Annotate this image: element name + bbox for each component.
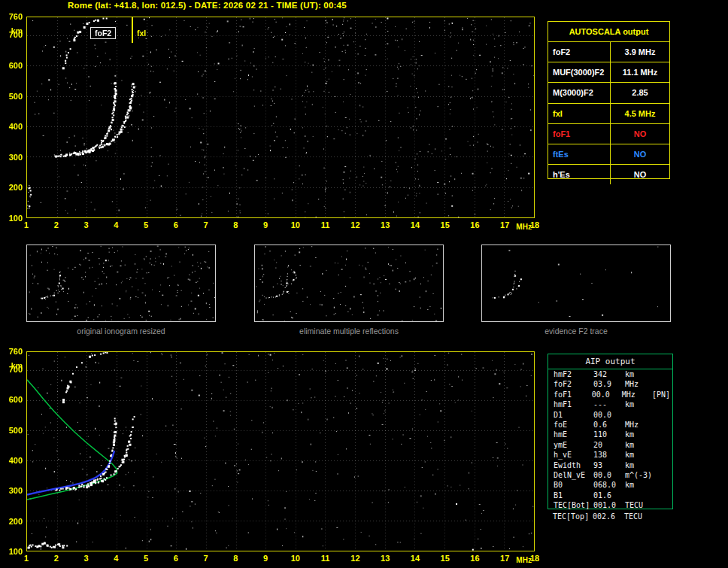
main-ionogram-canvas xyxy=(27,17,534,217)
aip-label-hme: hmE xyxy=(548,430,593,439)
aip-extra-hme xyxy=(657,430,672,439)
aip-extra-hve xyxy=(657,450,672,460)
panel-original-ionogram xyxy=(26,245,216,322)
aip-row-b1: B101.6 xyxy=(548,491,672,500)
aip-unit-tecbot: TECU xyxy=(625,500,657,510)
autoscala-param-name: foF1 xyxy=(548,124,611,144)
aip-unit-hme: km xyxy=(625,430,657,439)
aip-unit-yme: km xyxy=(625,440,657,450)
aip-unit-tectop: TECU xyxy=(624,512,656,521)
aip-row-tectop: TEC[Top]002.6TECU xyxy=(548,512,673,521)
aip-value-fof2: 03.9 xyxy=(593,379,625,389)
x-axis-tick-main: 16 xyxy=(466,220,483,229)
aip-row-b0: B0068.0km xyxy=(548,480,672,490)
aip-row-d1: D100.0 xyxy=(548,410,672,420)
y-axis-tick-main: 400 xyxy=(2,122,23,131)
aip-row-foe: foE0.6MHz xyxy=(548,420,672,430)
aip-label-tectop: TEC[Top] xyxy=(548,512,593,521)
autoscala-param-name: ftEs xyxy=(548,144,611,164)
autoscala-param-value: NO xyxy=(611,124,669,144)
x-axis-tick-bottom: 12 xyxy=(347,554,363,563)
y-axis-tick-bottom: 760 xyxy=(2,347,23,356)
x-axis-tick-bottom: 16 xyxy=(466,554,483,563)
y-axis-tick-bottom: 200 xyxy=(2,517,23,526)
x-axis-tick-main: 17 xyxy=(496,220,513,229)
aip-label-ewidth: Ewidth xyxy=(548,460,593,470)
y-axis-tick-main: 760 xyxy=(2,12,23,21)
aip-unit-ewidth: km xyxy=(625,460,657,470)
x-axis-tick-main: 14 xyxy=(407,220,423,229)
autoscala-row-ftes: ftEsNO xyxy=(548,144,669,165)
aip-label-foe: foE xyxy=(548,420,593,430)
x-axis-tick-main: 13 xyxy=(377,220,393,229)
x-axis-tick-bottom: 17 xyxy=(496,554,513,563)
aip-value-delnve: 00.0 xyxy=(593,470,625,480)
aip-value-hve: 138 xyxy=(593,450,625,460)
autoscala-row-m3000f2: M(3000)F22.85 xyxy=(548,83,669,103)
profile-ionogram-canvas xyxy=(27,352,534,551)
autoscala-table-rows: foF23.9 MHzMUF(3000)F211.1 MHzM(3000)F22… xyxy=(548,42,669,184)
aip-row-ewidth: Ewidth93km xyxy=(548,460,672,470)
autoscala-row-muf3000f2: MUF(3000)F211.1 MHz xyxy=(548,62,669,83)
aip-unit-b1 xyxy=(625,491,657,500)
x-axis-tick-main: 5 xyxy=(138,220,154,229)
aip-unit-fof2: MHz xyxy=(625,379,657,389)
y-axis-tick-bottom: 300 xyxy=(2,486,23,495)
aip-table-rows: hmF2342kmfoF203.9MHzfoF100.0MHz[PN]hmF1-… xyxy=(548,369,672,510)
aip-value-b0: 068.0 xyxy=(593,480,625,490)
aip-label-d1: D1 xyxy=(548,410,593,420)
x-axis-tick-bottom: 11 xyxy=(317,554,334,563)
aip-extra-b0 xyxy=(657,480,672,490)
autoscala-param-name: M(3000)F2 xyxy=(548,83,611,102)
aip-extra-d1 xyxy=(657,410,672,420)
autoscala-row-fxi: fxI4.5 MHz xyxy=(548,104,669,124)
aip-value-hmf2: 342 xyxy=(593,369,625,379)
x-axis-unit-bottom: MHz xyxy=(516,556,532,564)
fxI-trace-label: fxI xyxy=(137,29,146,38)
x-axis-tick-main: 1 xyxy=(18,220,35,229)
aip-label-fof1: foF1 xyxy=(548,390,592,399)
x-axis-tick-bottom: 7 xyxy=(198,554,214,563)
x-axis-tick-bottom: 8 xyxy=(227,554,244,563)
x-axis-tick-main: 10 xyxy=(287,220,304,229)
x-axis-tick-main: 3 xyxy=(78,220,95,229)
x-axis-tick-bottom: 3 xyxy=(78,554,95,563)
x-axis-tick-bottom: 15 xyxy=(437,554,453,563)
aip-label-hmf1: hmF1 xyxy=(548,399,593,409)
aip-extra-hmf1 xyxy=(657,399,672,409)
aip-unit-hmf2: km xyxy=(625,369,657,379)
aip-unit-d1 xyxy=(625,410,657,420)
x-axis-tick-bottom: 1 xyxy=(18,554,35,563)
aip-unit-fof1: MHz xyxy=(622,390,652,399)
autoscala-output-screen: Rome (lat: +41.8, lon: 012.5) - DATE: 20… xyxy=(0,0,728,568)
aip-value-hme: 110 xyxy=(593,430,625,439)
autoscala-param-value: 4.5 MHz xyxy=(611,104,669,123)
aip-unit-b0: km xyxy=(625,480,657,490)
aip-extra-foe xyxy=(657,420,672,430)
x-axis-tick-main: 9 xyxy=(257,220,274,229)
y-axis-tick-main: 600 xyxy=(2,61,23,70)
aip-output-table: AIP output hmF2342kmfoF203.9MHzfoF100.0M… xyxy=(548,354,673,509)
aip-label-delnve: DelN_vE xyxy=(548,470,593,480)
aip-label-tecbot: TEC[Bot] xyxy=(548,500,593,510)
aip-label-b1: B1 xyxy=(548,491,593,500)
aip-value-yme: 20 xyxy=(593,440,625,450)
x-axis-tick-main: 6 xyxy=(168,220,184,229)
aip-tectop-row-container: TEC[Top]002.6TECU xyxy=(548,512,673,521)
foF2-trace-label: foF2 xyxy=(90,27,116,39)
x-axis-tick-main: 12 xyxy=(347,220,363,229)
autoscala-row-fof2: foF23.9 MHz xyxy=(548,42,669,62)
aip-table-header: AIP output xyxy=(548,354,672,369)
panel-eliminate-reflections xyxy=(254,245,444,322)
y-axis-tick-main: 200 xyxy=(2,183,23,192)
aip-extra-yme xyxy=(657,440,672,450)
x-axis-tick-main: 8 xyxy=(227,220,244,229)
y-axis-tick-bottom: 400 xyxy=(2,456,23,465)
caption-original-ionogram: original ionogram resized xyxy=(26,327,216,336)
autoscala-output-table: AUTOSCALA output foF23.9 MHzMUF(3000)F21… xyxy=(548,21,670,179)
x-axis-tick-bottom: 2 xyxy=(48,554,65,563)
x-axis-tick-bottom: 9 xyxy=(257,554,274,563)
x-axis-tick-main: 4 xyxy=(108,220,124,229)
aip-extra-hmf2 xyxy=(657,369,672,379)
aip-unit-hve: km xyxy=(625,450,657,460)
